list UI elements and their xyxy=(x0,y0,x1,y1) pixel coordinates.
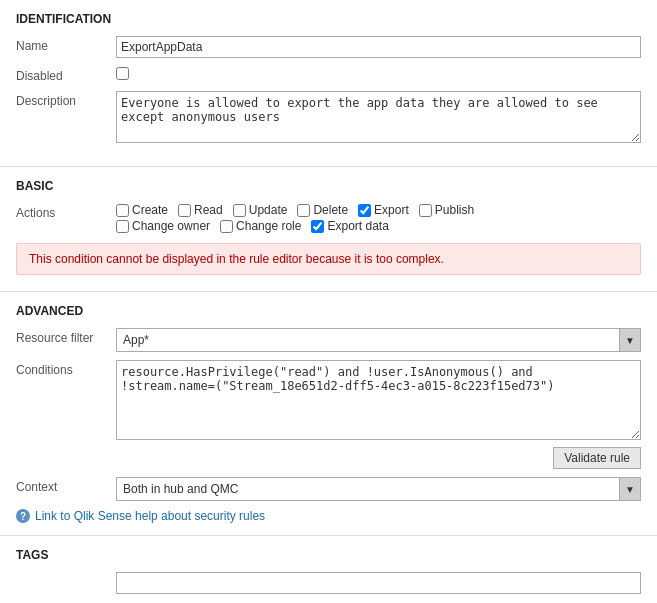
help-icon: ? xyxy=(16,509,30,523)
change-role-checkbox[interactable] xyxy=(220,220,233,233)
description-row: Description Everyone is allowed to expor… xyxy=(16,91,641,146)
resource-filter-row: Resource filter App* ▼ xyxy=(16,328,641,352)
conditions-label: Conditions xyxy=(16,360,116,377)
update-checkbox[interactable] xyxy=(233,204,246,217)
create-label: Create xyxy=(132,203,168,217)
description-textarea[interactable]: Everyone is allowed to export the app da… xyxy=(116,91,641,143)
delete-checkbox[interactable] xyxy=(297,204,310,217)
export-label: Export xyxy=(374,203,409,217)
conditions-field-wrapper: resource.HasPrivilege("read") and !user.… xyxy=(116,360,641,469)
disabled-row: Disabled xyxy=(16,66,641,83)
context-label: Context xyxy=(16,477,116,494)
resource-filter-dropdown[interactable]: App* ▼ xyxy=(116,328,641,352)
context-select-wrapper: Both in hub and QMC Only in hub Only in … xyxy=(116,477,641,501)
read-checkbox[interactable] xyxy=(178,204,191,217)
disabled-checkbox-wrapper xyxy=(116,66,641,80)
advanced-title: ADVANCED xyxy=(16,304,641,318)
basic-title: BASIC xyxy=(16,179,641,193)
publish-checkbox[interactable] xyxy=(419,204,432,217)
tags-title: TAGS xyxy=(16,548,641,562)
export-checkbox[interactable] xyxy=(358,204,371,217)
name-field-wrapper xyxy=(116,36,641,58)
change-role-label: Change role xyxy=(236,219,301,233)
publish-checkbox-label[interactable]: Publish xyxy=(419,203,474,217)
change-owner-checkbox-label[interactable]: Change owner xyxy=(116,219,210,233)
actions-row-2: Change owner Change role Export data xyxy=(116,219,641,233)
alert-message: This condition cannot be displayed in th… xyxy=(29,252,444,266)
identification-title: IDENTIFICATION xyxy=(16,12,641,26)
resource-filter-select[interactable]: App* xyxy=(116,328,641,352)
disabled-checkbox[interactable] xyxy=(116,67,129,80)
export-checkbox-label[interactable]: Export xyxy=(358,203,409,217)
context-row: Context Both in hub and QMC Only in hub … xyxy=(16,477,641,501)
tags-input-row xyxy=(16,572,641,594)
update-label: Update xyxy=(249,203,288,217)
create-checkbox[interactable] xyxy=(116,204,129,217)
context-select[interactable]: Both in hub and QMC Only in hub Only in … xyxy=(116,477,641,501)
actions-row: Actions Create Read Update Delete xyxy=(16,203,641,235)
help-link[interactable]: Link to Qlik Sense help about security r… xyxy=(35,509,265,523)
delete-checkbox-label[interactable]: Delete xyxy=(297,203,348,217)
name-row: Name xyxy=(16,36,641,58)
context-dropdown[interactable]: Both in hub and QMC Only in hub Only in … xyxy=(116,477,641,501)
change-owner-label: Change owner xyxy=(132,219,210,233)
basic-section: BASIC Actions Create Read Update xyxy=(0,167,657,292)
conditions-row: Conditions resource.HasPrivilege("read")… xyxy=(16,360,641,469)
tags-label-spacer xyxy=(16,572,116,575)
export-data-label: Export data xyxy=(327,219,388,233)
complexity-alert: This condition cannot be displayed in th… xyxy=(16,243,641,275)
export-data-checkbox-label[interactable]: Export data xyxy=(311,219,388,233)
publish-label: Publish xyxy=(435,203,474,217)
actions-checkboxes: Create Read Update Delete Export xyxy=(116,203,641,235)
validate-rule-button[interactable]: Validate rule xyxy=(553,447,641,469)
tags-section: TAGS xyxy=(0,536,657,603)
tags-field-wrapper xyxy=(116,572,641,594)
conditions-textarea[interactable]: resource.HasPrivilege("read") and !user.… xyxy=(116,360,641,440)
create-checkbox-label[interactable]: Create xyxy=(116,203,168,217)
tags-input[interactable] xyxy=(116,572,641,594)
identification-section: IDENTIFICATION Name Disabled Description… xyxy=(0,0,657,167)
read-checkbox-label[interactable]: Read xyxy=(178,203,223,217)
name-label: Name xyxy=(16,36,116,53)
disabled-label: Disabled xyxy=(16,66,116,83)
resource-filter-select-wrapper: App* ▼ xyxy=(116,328,641,352)
advanced-section: ADVANCED Resource filter App* ▼ Conditio… xyxy=(0,292,657,536)
change-role-checkbox-label[interactable]: Change role xyxy=(220,219,301,233)
name-input[interactable] xyxy=(116,36,641,58)
read-label: Read xyxy=(194,203,223,217)
resource-filter-label: Resource filter xyxy=(16,328,116,345)
change-owner-checkbox[interactable] xyxy=(116,220,129,233)
description-field-wrapper: Everyone is allowed to export the app da… xyxy=(116,91,641,146)
update-checkbox-label[interactable]: Update xyxy=(233,203,288,217)
export-data-checkbox[interactable] xyxy=(311,220,324,233)
actions-label: Actions xyxy=(16,203,116,220)
actions-row-1: Create Read Update Delete Export xyxy=(116,203,641,217)
description-label: Description xyxy=(16,91,116,108)
delete-label: Delete xyxy=(313,203,348,217)
help-link-row: ? Link to Qlik Sense help about security… xyxy=(16,509,641,523)
